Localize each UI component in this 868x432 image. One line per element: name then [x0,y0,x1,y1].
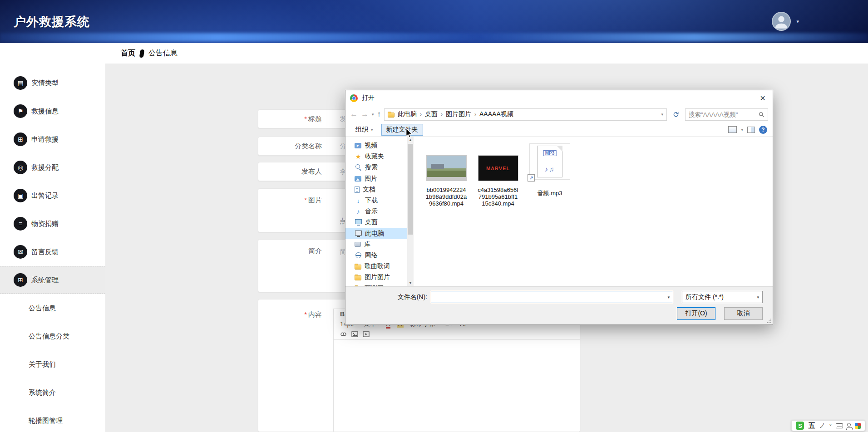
address-dropdown-icon[interactable]: ▾ [661,112,663,117]
user-menu[interactable]: ▾ [772,12,799,31]
editor-toolbar-row3 [334,329,580,340]
user-group-icon[interactable] [847,423,851,427]
view-options-icon[interactable] [728,126,737,133]
combo-dropdown-icon[interactable]: ▾ [665,295,673,299]
tree-item-videos[interactable]: 视频 [345,140,407,151]
history-chevron-icon[interactable]: ▾ [372,112,374,117]
tree-item-search[interactable]: 搜索 [345,162,407,173]
sidebar-subitem-carousel-manage[interactable]: 轮播图管理 [0,407,105,432]
folder-icon [388,113,395,118]
refresh-icon[interactable] [670,111,682,118]
sidebar-item-rescue-info[interactable]: ⚑ 救援信息 [0,97,105,125]
crumb-desktop[interactable]: 桌面 [425,110,438,118]
dialog-title: 打开 [362,94,375,102]
filename-input[interactable] [431,294,665,301]
search-icon [355,164,362,171]
tree-item-libraries[interactable]: 库 [345,239,407,250]
dialog-navbar: ← → ▾ ↑ 此电脑› 桌面› 图片图片› AAAAA视频 ▾ [345,106,773,123]
tree-item-lyrics-folder[interactable]: 歌曲歌词 [345,261,407,272]
image-icon[interactable] [351,331,358,337]
desktop-icon [355,219,362,226]
sidebar: ▤ 灾情类型 ⚑ 救援信息 ⊞ 申请救援 ◎ 救援分配 ▣ 出警记录 ≡ 物资捐… [0,64,105,432]
intro-label: 简介 [258,240,326,292]
tree-item-network[interactable]: 网络 [345,250,407,261]
tree-item-desktop[interactable]: 桌面 [345,217,407,228]
file-type-select[interactable]: 所有文件 (*.*) ▾ [682,291,763,303]
sogou-logo-icon[interactable]: S [796,422,804,430]
tree-item-pictures[interactable]: 图片 [345,173,407,184]
crumb-separator: › [420,111,422,118]
crumb-this-pc[interactable]: 此电脑 [398,110,417,118]
view-dropdown-icon[interactable]: ▾ [741,128,743,132]
dialog-titlebar[interactable]: 打开 × [345,90,773,106]
pen-icon[interactable]: ノ [819,422,825,430]
punctuation-icon[interactable]: ° [829,422,832,429]
sidebar-item-feedback[interactable]: ✉ 留言反馈 [0,238,105,266]
search-box[interactable] [685,108,768,121]
tree-item-forecast-folder[interactable]: 预测图 [345,283,407,286]
crumb-pictures[interactable]: 图片图片 [446,110,471,118]
breadcrumb-current: 公告信息 [148,49,178,58]
new-folder-button[interactable]: 新建文件夹 [381,124,423,136]
crumb-videos-folder[interactable]: AAAAA视频 [479,110,513,118]
ime-mode[interactable]: 五 [808,422,815,430]
close-icon[interactable]: × [753,90,773,106]
video-icon[interactable] [363,331,370,337]
sidebar-item-system-manage[interactable]: ⊞ 系统管理 [0,266,105,294]
link-icon[interactable] [340,331,347,337]
help-icon[interactable]: ? [759,126,767,134]
file-item[interactable]: MARVEL c4a31598a656f791b95a61bff115c340.… [477,143,519,207]
forward-icon[interactable]: → [361,110,369,119]
address-bar[interactable]: 此电脑› 桌面› 图片图片› AAAAA视频 ▾ [384,108,667,121]
sidebar-item-apply-rescue[interactable]: ⊞ 申请救援 [0,125,105,153]
back-icon[interactable]: ← [350,110,358,119]
title-label: *标题 [258,115,326,123]
tree-item-music[interactable]: 音乐 [345,206,407,217]
tree-item-favorites[interactable]: 收藏夹 [345,151,407,162]
keyboard-icon[interactable] [836,423,843,428]
sidebar-item-disaster-type[interactable]: ▤ 灾情类型 [0,69,105,97]
cancel-button[interactable]: 取消 [724,307,763,320]
chevron-down-icon: ▾ [796,19,799,25]
download-icon [355,197,362,204]
file-item[interactable]: MP3 ♪♫ ↗ 音频.mp3 [529,143,571,196]
avatar[interactable] [772,12,791,31]
sidebar-subitem-notice-info[interactable]: 公告信息 [0,294,105,322]
tree-item-downloads[interactable]: 下载 [345,195,407,206]
mp3-file-icon: MP3 ♪♫ [537,146,562,177]
sidebar-subitem-about-us[interactable]: 关于我们 [0,350,105,378]
editor-content[interactable] [334,340,580,429]
image-label: *图片 [258,189,326,232]
open-button[interactable]: 打开(O) [677,307,715,320]
grid-icon: ⊞ [14,133,27,146]
computer-icon [355,230,362,237]
toolbox-grid-icon[interactable] [855,423,861,429]
preview-pane-icon[interactable] [747,127,755,133]
breadcrumb-home[interactable]: 首页 [121,49,135,58]
ime-toolbar[interactable]: S 五 ノ ° [791,420,865,431]
sidebar-subitem-notice-category[interactable]: 公告信息分类 [0,322,105,350]
sidebar-item-supply-donation[interactable]: ≡ 物资捐赠 [0,210,105,238]
dialog-footer: 文件名(N): ▾ 所有文件 (*.*) ▾ 打开(O) 取消 [345,286,773,324]
sidebar-item-rescue-assign[interactable]: ◎ 救援分配 [0,153,105,182]
bold-button[interactable]: B [340,310,345,318]
organize-button[interactable]: 组织▾ [351,124,378,136]
filename-combobox[interactable]: ▾ [431,291,673,303]
sidebar-item-dispatch-record[interactable]: ▣ 出警记录 [0,182,105,210]
scrollbar-thumb[interactable] [408,144,413,235]
crumb-separator: › [474,111,476,118]
chat-icon: ▣ [14,189,27,202]
file-name: bb00199422241b98a9ddfd02a9636f80.mp4 [425,187,467,207]
tree-item-pictures-folder[interactable]: 图片图片 [345,272,407,283]
tree-scrollbar[interactable]: ▲ ▼ [407,137,414,286]
sidebar-subitem-system-intro[interactable]: 系统简介 [0,378,105,407]
tree-item-this-pc[interactable]: 此电脑 [345,228,407,239]
crumb-separator: › [441,111,443,118]
toolbar-right-icons: ▾ ? [728,126,767,134]
tree-item-documents[interactable]: 文档 [345,184,407,195]
scroll-up-icon[interactable]: ▲ [407,138,414,142]
scroll-down-icon[interactable]: ▼ [407,281,414,285]
file-item[interactable]: bb00199422241b98a9ddfd02a9636f80.mp4 [425,143,467,207]
up-icon[interactable]: ↑ [377,110,381,119]
search-input[interactable] [689,111,759,118]
